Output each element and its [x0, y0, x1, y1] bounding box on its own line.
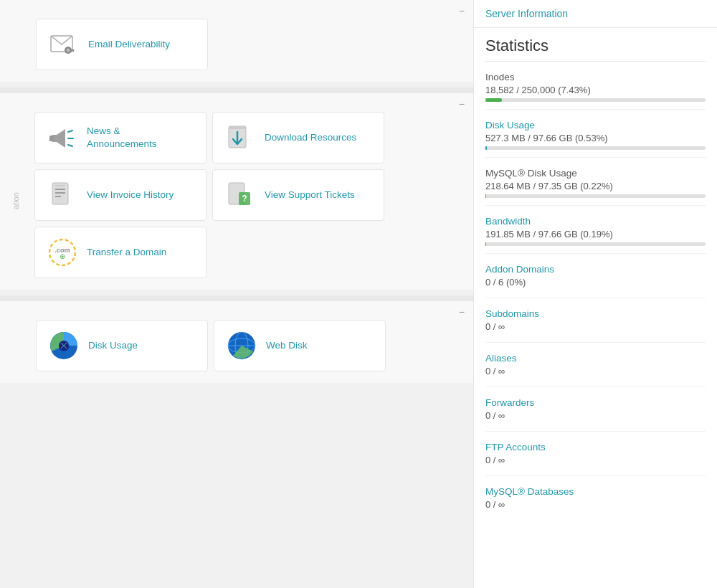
mysql-disk-value: 218.64 MB / 97.35 GB (0.22%) — [485, 181, 706, 191]
domain-icon-svg: .com ⊕ — [47, 237, 78, 268]
email-deliverability-icon — [48, 29, 80, 60]
stat-disk-usage: Disk Usage 527.3 MB / 97.66 GB (0.53%) — [485, 120, 706, 158]
invoice-icon — [47, 179, 78, 211]
left-panel: − Email Deliverability — [0, 0, 473, 588]
view-invoice-history-card[interactable]: View Invoice History — [34, 169, 206, 221]
disk-icon-svg — [48, 330, 80, 361]
collapse-button-3[interactable]: − — [459, 307, 465, 317]
email-deliverability-card[interactable]: Email Deliverability — [36, 19, 208, 70]
stat-addon-domains: Addon Domains 0 / 6 (0%) — [485, 264, 706, 298]
support-icon: ? — [224, 179, 256, 211]
section-content-2: News &Announcements Download Resources — [32, 112, 473, 290]
svg-point-2 — [67, 49, 70, 52]
mysql-disk-label: MySQL® Disk Usage — [485, 168, 706, 179]
disk-usage-stat-label[interactable]: Disk Usage — [485, 120, 706, 131]
stats-section: Statistics Inodes 18,582 / 250,000 (7.43… — [474, 28, 717, 520]
collapse-button-2[interactable]: − — [459, 99, 465, 109]
aliases-label[interactable]: Aliases — [485, 353, 706, 364]
view-support-tickets-label: View Support Tickets — [265, 189, 355, 201]
collapse-button[interactable]: − — [459, 6, 465, 16]
svg-marker-5 — [52, 129, 65, 148]
stat-aliases: Aliases 0 / ∞ — [485, 353, 706, 387]
addon-domains-value: 0 / 6 (0%) — [485, 277, 706, 288]
download-icon — [224, 122, 256, 153]
section-header-3: − — [0, 301, 473, 320]
transfer-domain-card[interactable]: .com ⊕ Transfer a Domain — [34, 227, 206, 278]
billing-section: − ation — [0, 93, 473, 290]
section-header-2: − — [0, 93, 473, 112]
inodes-progress-fill — [485, 98, 502, 102]
svg-rect-11 — [229, 126, 246, 129]
stat-forwarders: Forwarders 0 / ∞ — [485, 397, 706, 432]
email-deliverability-label: Email Deliverability — [88, 38, 170, 51]
section-content: Email Deliverability — [0, 19, 473, 82]
stat-mysql-databases: MySQL® Databases 0 / ∞ — [485, 486, 706, 520]
mysql-disk-progress-bg — [485, 194, 706, 198]
stat-bandwidth: Bandwidth 191.85 MB / 97.66 GB (0.19%) — [485, 216, 706, 254]
transfer-domain-label: Transfer a Domain — [87, 246, 166, 259]
svg-text:⊕: ⊕ — [60, 252, 65, 260]
stat-mysql-disk: MySQL® Disk Usage 218.64 MB / 97.35 GB (… — [485, 168, 706, 206]
disk-usage-label: Disk Usage — [88, 339, 138, 352]
mysql-databases-value: 0 / ∞ — [485, 499, 706, 510]
svg-line-7 — [68, 131, 72, 132]
invoice-icon-svg — [47, 181, 78, 209]
web-disk-icon — [226, 330, 257, 361]
server-info-anchor[interactable]: Server Information — [485, 8, 568, 19]
support-icon-svg: ? — [224, 181, 256, 209]
disk-usage-card[interactable]: Disk Usage — [36, 320, 208, 371]
news-announcements-card[interactable]: News &Announcements — [34, 112, 206, 163]
disk-usage-progress-bg — [485, 146, 706, 150]
section-header: − — [0, 0, 473, 19]
ftp-accounts-label[interactable]: FTP Accounts — [485, 442, 706, 452]
disk-usage-progress-fill — [485, 146, 487, 150]
right-panel: Server Information Statistics Inodes 18,… — [473, 0, 717, 588]
download-resources-card[interactable]: Download Resources — [212, 112, 384, 163]
webdisk-icon-svg — [226, 330, 257, 361]
email-section: − Email Deliverability — [0, 0, 473, 82]
mysql-databases-label[interactable]: MySQL® Databases — [485, 486, 706, 497]
stat-inodes: Inodes 18,582 / 250,000 (7.43%) — [485, 72, 706, 110]
forwarders-label[interactable]: Forwarders — [485, 397, 706, 408]
stat-subdomains: Subdomains 0 / ∞ — [485, 308, 706, 343]
news-icon — [47, 122, 78, 153]
section-divider-1 — [0, 87, 473, 93]
web-disk-card[interactable]: Web Disk — [214, 320, 386, 371]
section-divider-2 — [0, 295, 473, 301]
bandwidth-progress-fill — [485, 242, 486, 246]
svg-line-9 — [68, 145, 72, 146]
disk-usage-stat-value: 527.3 MB / 97.66 GB (0.53%) — [485, 133, 706, 143]
news-announcements-label: News &Announcements — [87, 125, 157, 150]
section-content-3: Disk Usage Web Disk — [0, 320, 473, 383]
disk-usage-icon — [48, 330, 80, 361]
bandwidth-label[interactable]: Bandwidth — [485, 216, 706, 227]
stat-ftp-accounts: FTP Accounts 0 / ∞ — [485, 442, 706, 476]
svg-text:?: ? — [242, 194, 247, 204]
svg-rect-6 — [49, 136, 54, 141]
subdomains-value: 0 / ∞ — [485, 321, 706, 332]
download-resources-label: Download Resources — [265, 131, 356, 144]
mysql-disk-progress-fill — [485, 194, 486, 198]
aliases-value: 0 / ∞ — [485, 366, 706, 376]
subdomains-label[interactable]: Subdomains — [485, 308, 706, 319]
forwarders-value: 0 / ∞ — [485, 410, 706, 421]
stats-title: Statistics — [485, 37, 706, 62]
server-info-link[interactable]: Server Information — [474, 0, 717, 28]
svg-rect-4 — [73, 49, 75, 52]
inodes-value: 18,582 / 250,000 (7.43%) — [485, 85, 706, 95]
files-section: − Disk Usag — [0, 301, 473, 383]
bandwidth-value: 191.85 MB / 97.66 GB (0.19%) — [485, 229, 706, 240]
view-invoice-history-label: View Invoice History — [87, 189, 174, 201]
web-disk-label: Web Disk — [266, 339, 308, 352]
inodes-label: Inodes — [485, 72, 706, 82]
view-support-tickets-card[interactable]: ? View Support Tickets — [212, 169, 384, 221]
ftp-accounts-value: 0 / ∞ — [485, 455, 706, 465]
domain-icon: .com ⊕ — [47, 237, 78, 268]
email-icon-svg — [48, 29, 80, 60]
download-icon-svg — [224, 123, 256, 152]
bandwidth-progress-bg — [485, 242, 706, 246]
addon-domains-label[interactable]: Addon Domains — [485, 264, 706, 275]
news-icon-svg — [47, 123, 78, 152]
inodes-progress-bg — [485, 98, 706, 102]
section-label: ation — [0, 112, 32, 290]
